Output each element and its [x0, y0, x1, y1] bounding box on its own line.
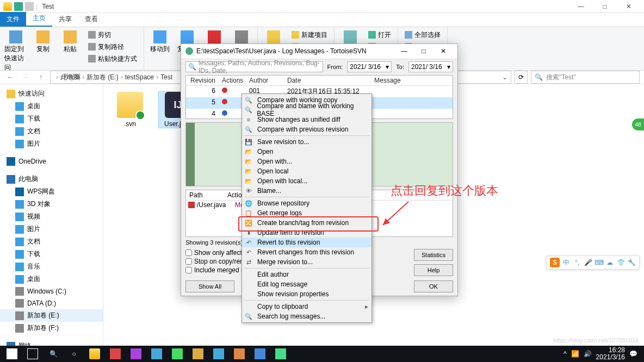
crumb[interactable]: Test: [160, 73, 172, 81]
crumb[interactable]: 此电脑: [60, 73, 80, 82]
file-item-svn[interactable]: .svn: [111, 92, 149, 128]
ok-button[interactable]: OK: [414, 280, 453, 292]
ctx-open-local[interactable]: 📂Open local: [242, 166, 371, 176]
maximize-button[interactable]: □: [593, 0, 617, 13]
minimize-button[interactable]: —: [569, 0, 593, 13]
forward-button[interactable]: →: [20, 71, 32, 83]
nav-desktop2[interactable]: 桌面: [0, 273, 103, 285]
ime-cloud-icon[interactable]: ☁: [605, 258, 614, 267]
taskbar-app[interactable]: [271, 346, 290, 362]
dialog-maximize-button[interactable]: □: [414, 45, 434, 57]
task-view-button[interactable]: [23, 346, 42, 362]
taskbar-app[interactable]: [230, 346, 249, 362]
notification-badge[interactable]: 48: [632, 118, 644, 130]
ctx-copy-clipboard[interactable]: Copy to clipboard▸: [242, 302, 371, 311]
taskbar-explorer[interactable]: [85, 346, 104, 362]
nav-3dobjects[interactable]: 3D 对象: [0, 198, 103, 210]
newitem-button[interactable]: 新建项目: [289, 29, 330, 40]
filter-input[interactable]: 🔍lessages, Paths, Authors, Revisions, Bu…: [185, 61, 323, 72]
nav-pictures[interactable]: 图片: [0, 138, 103, 150]
tray-up-icon[interactable]: ^: [564, 350, 567, 358]
nav-drive-f[interactable]: 新加卷 (F:): [0, 322, 103, 334]
nav-music[interactable]: 音乐: [0, 260, 103, 273]
help-button[interactable]: Help: [414, 264, 453, 276]
taskbar-app[interactable]: [168, 346, 187, 362]
sogou-icon[interactable]: S: [550, 258, 560, 267]
open-button[interactable]: 打开: [366, 29, 393, 40]
ctx-merge-logs[interactable]: 📋Get merge logs: [242, 208, 371, 218]
ctx-edit-author[interactable]: Edit author: [242, 270, 371, 279]
nav-documents2[interactable]: 文档: [0, 235, 103, 248]
ctx-revert-changes[interactable]: ↶Revert changes from this revision: [242, 247, 371, 257]
tab-view[interactable]: 查看: [78, 12, 104, 27]
nav-drive-c[interactable]: Windows (C:): [0, 285, 103, 297]
tab-file[interactable]: 文件: [0, 12, 26, 27]
taskbar-app[interactable]: [209, 346, 228, 362]
back-button[interactable]: ←: [4, 71, 16, 83]
close-button[interactable]: ✕: [617, 0, 641, 13]
ctx-branch-tag[interactable]: 🔀Create branch/tag from revision: [242, 218, 371, 228]
tray-notifications-icon[interactable]: 💬: [629, 350, 637, 358]
pin-button[interactable]: 固定到快速访问: [4, 29, 27, 72]
ime-tool-icon[interactable]: 🔧: [627, 258, 636, 267]
ctx-compare-prev[interactable]: 🔍Compare with previous revision: [242, 124, 371, 134]
ctx-open-local-with[interactable]: 📂Open with local...: [242, 176, 371, 186]
ime-toolbar[interactable]: S 中 °, 🎤 ⌨ ☁ 👕 🔧: [546, 255, 640, 270]
crumb[interactable]: testSpace: [125, 73, 154, 81]
nav-desktop[interactable]: 桌面: [0, 100, 103, 113]
ctx-revert-to-revision[interactable]: ↶Revert to this revision: [242, 238, 371, 247]
nav-pictures2[interactable]: 图片: [0, 223, 103, 235]
nav-onedrive[interactable]: OneDrive: [0, 155, 103, 167]
date-from-input[interactable]: 2021/ 3/16▾: [347, 61, 392, 72]
nav-quick-access[interactable]: 快速访问: [0, 88, 103, 100]
selectall-button[interactable]: 全部选择: [403, 29, 443, 40]
ctx-merge-to[interactable]: ⇄Merge revision to...: [242, 257, 371, 267]
up-button[interactable]: ↑: [35, 71, 47, 83]
dialog-close-button[interactable]: ✕: [434, 45, 453, 57]
ime-punct[interactable]: °,: [573, 258, 581, 267]
nav-downloads2[interactable]: 下载: [0, 248, 103, 260]
cortana-button[interactable]: ○: [64, 346, 84, 362]
pasteshortcut-button[interactable]: 粘贴快捷方式: [86, 53, 139, 64]
ctx-compare-blame[interactable]: 🔍Compare and blame with working BASE: [242, 105, 371, 115]
moveto-button[interactable]: 移动到: [148, 29, 171, 60]
ime-skin-icon[interactable]: 👕: [616, 258, 625, 267]
nav-drive-e[interactable]: 新加卷 (E:): [0, 309, 103, 322]
tab-share[interactable]: 共享: [52, 12, 78, 27]
nav-wps[interactable]: WPS网盘: [0, 185, 103, 198]
copypath-button[interactable]: 复制路径: [86, 41, 139, 52]
nav-drive-d[interactable]: DATA (D:): [0, 297, 103, 309]
history-dropdown-icon[interactable]: ⌄: [502, 73, 507, 81]
nav-videos[interactable]: 视频: [0, 210, 103, 223]
ctx-edit-log[interactable]: Edit log message: [242, 279, 371, 289]
ctx-update-to[interactable]: ⬇Update item to revision: [242, 228, 371, 238]
crumb[interactable]: 新加卷 (E:): [86, 73, 119, 82]
qat-save-icon[interactable]: [14, 2, 23, 11]
ime-cn-toggle[interactable]: 中: [562, 258, 571, 267]
tray-clock[interactable]: 16:282021/3/16: [596, 347, 625, 361]
tray-network-icon[interactable]: 📶: [571, 350, 579, 358]
dialog-minimize-button[interactable]: —: [394, 45, 414, 57]
refresh-button[interactable]: ⟳: [515, 71, 528, 84]
ctx-open-with[interactable]: 📂Open with...: [242, 157, 371, 166]
showall-button[interactable]: Show All: [185, 280, 234, 292]
ctx-save-revision[interactable]: 💾Save revision to...: [242, 137, 371, 147]
start-button[interactable]: [2, 346, 22, 362]
ctx-open[interactable]: 📂Open: [242, 147, 371, 157]
paste-button[interactable]: 粘贴: [59, 29, 82, 72]
taskbar-app[interactable]: [126, 346, 146, 362]
cut-button[interactable]: 剪切: [86, 29, 139, 40]
taskbar-app[interactable]: [250, 346, 270, 362]
search-button[interactable]: 🔍: [44, 346, 63, 362]
taskbar-app[interactable]: [188, 346, 208, 362]
date-to-input[interactable]: 2021/ 3/16▾: [408, 61, 453, 72]
tab-home[interactable]: 主页: [26, 11, 52, 27]
taskbar-app[interactable]: [147, 346, 166, 362]
ctx-blame[interactable]: 👁Blame...: [242, 186, 371, 196]
statistics-button[interactable]: Statistics: [414, 249, 453, 261]
taskbar-app[interactable]: [106, 346, 125, 362]
copy-button[interactable]: 复制: [32, 29, 54, 72]
ime-mic-icon[interactable]: 🎤: [584, 258, 592, 267]
ctx-search-log[interactable]: 🔍Search log messages...: [242, 311, 371, 321]
tray-volume-icon[interactable]: 🔊: [584, 350, 592, 358]
